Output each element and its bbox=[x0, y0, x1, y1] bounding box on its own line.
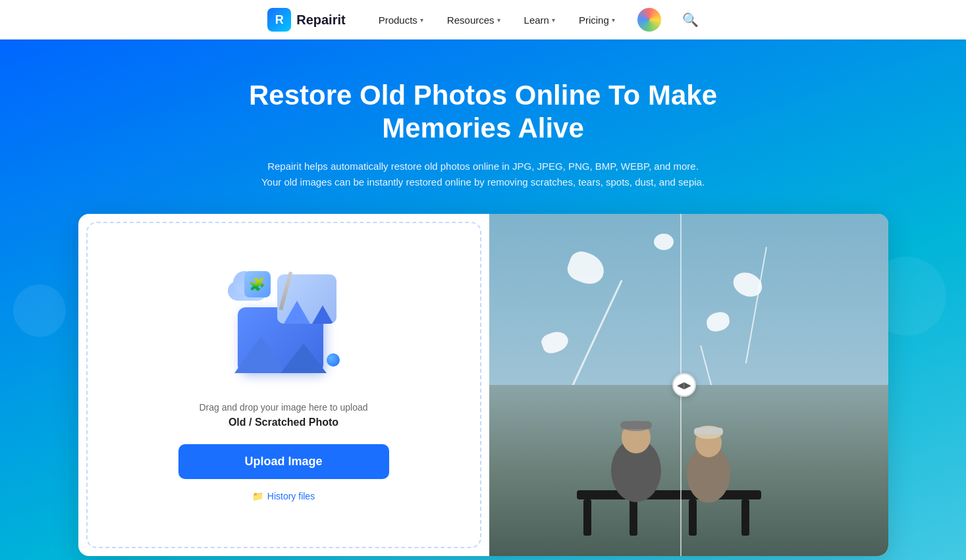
photo-preview-panel: ◀▶ bbox=[489, 214, 888, 556]
svg-rect-0 bbox=[577, 490, 761, 499]
upload-image-button[interactable]: Upload Image bbox=[178, 444, 389, 479]
nav-learn[interactable]: Learn ▾ bbox=[523, 12, 556, 28]
svg-rect-12 bbox=[694, 428, 723, 434]
svg-rect-8 bbox=[620, 421, 652, 429]
hero-deco-left bbox=[13, 284, 66, 337]
logo-icon: R bbox=[267, 8, 291, 32]
scratch-label: Old / Scratched Photo bbox=[228, 417, 338, 428]
avatar[interactable] bbox=[637, 8, 661, 32]
nav-products-label: Products bbox=[379, 14, 417, 26]
illus-mountain2 bbox=[312, 305, 333, 324]
chevron-down-icon: ▾ bbox=[552, 16, 555, 24]
chevron-down-icon: ▾ bbox=[612, 16, 615, 24]
logo-text: Repairit bbox=[296, 13, 345, 28]
hero-subtitle-line2: Your old images can be instantly restore… bbox=[261, 176, 705, 188]
main-card: 🧩 Drag and drop your image here to uploa… bbox=[78, 214, 888, 556]
illus-mountain1 bbox=[284, 301, 310, 324]
nav-pricing-label: Pricing bbox=[579, 14, 609, 26]
svg-rect-3 bbox=[689, 499, 697, 536]
nav-resources-label: Resources bbox=[447, 14, 495, 26]
photo-background: ◀▶ bbox=[489, 214, 888, 556]
svg-rect-2 bbox=[630, 499, 637, 536]
chevron-down-icon: ▾ bbox=[420, 16, 423, 24]
hero-title: Restore Old Photos Online To Make Memori… bbox=[187, 79, 780, 145]
damage-blotch-4 bbox=[654, 234, 674, 250]
svg-rect-1 bbox=[583, 499, 591, 536]
upload-panel: 🧩 Drag and drop your image here to uploa… bbox=[86, 222, 481, 548]
illus-puzzle-shape: 🧩 bbox=[244, 271, 271, 297]
hero-section: Restore Old Photos Online To Make Memori… bbox=[0, 39, 966, 560]
nav-products[interactable]: Products ▾ bbox=[377, 12, 425, 28]
illus-ball-shape bbox=[327, 353, 340, 367]
navbar: R Repairit Products ▾ Resources ▾ Learn … bbox=[0, 0, 966, 39]
nav-learn-label: Learn bbox=[524, 14, 549, 26]
history-files-link[interactable]: 📁 History files bbox=[252, 491, 315, 501]
search-icon[interactable]: 🔍 bbox=[682, 12, 699, 28]
hero-subtitle: Repairit helps automatically restore old… bbox=[261, 159, 705, 190]
nav-pricing[interactable]: Pricing ▾ bbox=[577, 12, 616, 28]
before-after-slider[interactable]: ◀▶ bbox=[672, 373, 696, 397]
photo-bench-area bbox=[489, 385, 888, 556]
logo[interactable]: R Repairit bbox=[267, 8, 345, 32]
upload-illustration: 🧩 bbox=[225, 268, 343, 386]
people-svg bbox=[489, 385, 888, 556]
chevron-down-icon: ▾ bbox=[497, 16, 500, 24]
svg-rect-4 bbox=[741, 499, 749, 536]
hero-subtitle-line1: Repairit helps automatically restore old… bbox=[267, 161, 699, 172]
folder-icon: 📁 bbox=[252, 491, 263, 501]
nav-resources[interactable]: Resources ▾ bbox=[446, 12, 502, 28]
drag-drop-text: Drag and drop your image here to upload bbox=[199, 402, 367, 413]
history-label: History files bbox=[267, 491, 315, 501]
